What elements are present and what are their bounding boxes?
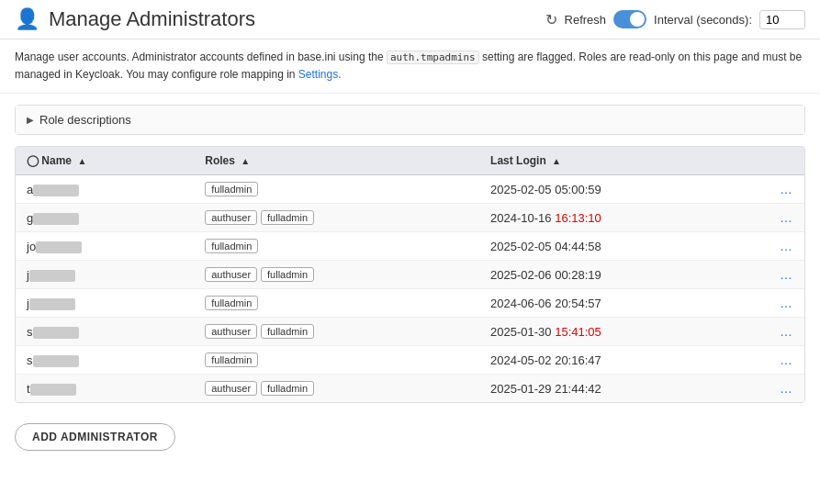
action-cell[interactable]: … bbox=[769, 318, 804, 346]
expand-arrow-icon: ▶ bbox=[27, 115, 34, 125]
name-cell: a bbox=[16, 175, 194, 204]
action-cell[interactable]: … bbox=[769, 289, 804, 318]
page-header: 👤 Manage Administrators ↻ Refresh Interv… bbox=[0, 0, 820, 39]
table-row: gauthuserfulladmin2024-10-16 16:13:10… bbox=[16, 204, 804, 232]
name-cell: g bbox=[16, 204, 194, 232]
role-badge: fulladmin bbox=[261, 381, 314, 396]
roles-list: authuserfulladmin bbox=[205, 210, 468, 225]
action-menu-icon[interactable]: … bbox=[780, 210, 793, 225]
col-name[interactable]: ◯ Name ▲ bbox=[16, 147, 194, 175]
login-time: 16:13:10 bbox=[555, 211, 601, 225]
table-body: afulladmin2025-02-05 05:00:59…gauthuserf… bbox=[16, 175, 804, 403]
name-sort-icon: ▲ bbox=[77, 156, 86, 166]
last-login-cell: 2025-02-06 00:28:19 bbox=[479, 261, 769, 289]
col-name-label: ◯ Name bbox=[27, 154, 72, 167]
name-prefix: s bbox=[27, 325, 33, 339]
roles-list: fulladmin bbox=[205, 239, 468, 253]
role-badge: fulladmin bbox=[261, 210, 314, 225]
action-cell[interactable]: … bbox=[769, 375, 804, 403]
header-left: 👤 Manage Administrators bbox=[15, 7, 255, 31]
roles-list: authuserfulladmin bbox=[205, 324, 468, 339]
settings-link[interactable]: Settings bbox=[298, 68, 338, 81]
action-menu-icon[interactable]: … bbox=[780, 381, 793, 396]
name-cell: j bbox=[16, 261, 194, 289]
role-badge: authuser bbox=[205, 381, 257, 396]
role-descriptions-section: ▶ Role descriptions bbox=[15, 105, 805, 135]
login-date: 2025-01-30 bbox=[490, 325, 555, 339]
name-cell: s bbox=[16, 346, 194, 375]
role-badge: fulladmin bbox=[205, 296, 258, 310]
name-cell: t bbox=[16, 375, 194, 403]
action-menu-icon[interactable]: … bbox=[780, 296, 793, 310]
table-row: tauthuserfulladmin2025-01-29 21:44:42… bbox=[16, 375, 804, 403]
col-last-login-label: Last Login bbox=[490, 154, 546, 167]
name-blur bbox=[29, 270, 75, 282]
last-login-cell: 2025-02-05 05:00:59 bbox=[479, 175, 769, 204]
last-login-cell: 2024-06-06 20:54:57 bbox=[479, 289, 769, 318]
login-time: 15:41:05 bbox=[555, 325, 601, 339]
last-login-cell: 2025-02-05 04:44:58 bbox=[479, 232, 769, 261]
desc-code: auth.tmpadmins bbox=[387, 50, 479, 64]
name-blur bbox=[36, 241, 82, 253]
name-blur bbox=[33, 185, 79, 196]
description-bar: Manage user accounts. Administrator acco… bbox=[0, 39, 820, 94]
action-cell[interactable]: … bbox=[769, 204, 804, 232]
table-header-row: ◯ Name ▲ Roles ▲ Last Login ▲ bbox=[16, 147, 804, 175]
name-blur bbox=[30, 384, 76, 396]
table-row: jauthuserfulladmin2025-02-06 00:28:19… bbox=[16, 261, 804, 289]
table-row: jofulladmin2025-02-05 04:44:58… bbox=[16, 232, 804, 261]
table-row: sauthuserfulladmin2025-01-30 15:41:05… bbox=[16, 318, 804, 346]
roles-sort-icon: ▲ bbox=[241, 156, 250, 166]
roles-cell: fulladmin bbox=[194, 175, 479, 204]
col-last-login[interactable]: Last Login ▲ bbox=[479, 147, 769, 175]
action-cell[interactable]: … bbox=[769, 261, 804, 289]
role-descriptions-toggle[interactable]: ▶ Role descriptions bbox=[16, 106, 804, 134]
roles-cell: fulladmin bbox=[194, 346, 479, 375]
last-login-cell: 2024-10-16 16:13:10 bbox=[479, 204, 769, 232]
roles-cell: fulladmin bbox=[194, 232, 479, 261]
name-cell: j bbox=[16, 289, 194, 318]
table-row: jfulladmin2024-06-06 20:54:57… bbox=[16, 289, 804, 318]
action-menu-icon[interactable]: … bbox=[780, 239, 793, 253]
action-cell[interactable]: … bbox=[769, 175, 804, 204]
action-cell[interactable]: … bbox=[769, 232, 804, 261]
last-login-cell: 2024-05-02 20:16:47 bbox=[479, 346, 769, 375]
roles-list: authuserfulladmin bbox=[205, 267, 468, 282]
roles-cell: authuserfulladmin bbox=[194, 318, 479, 346]
administrators-table-container: ◯ Name ▲ Roles ▲ Last Login ▲ afulladmin… bbox=[15, 146, 805, 403]
roles-list: authuserfulladmin bbox=[205, 381, 468, 396]
last-login-cell: 2025-01-30 15:41:05 bbox=[479, 318, 769, 346]
name-prefix: g bbox=[27, 211, 33, 225]
login-date: 2024-10-16 bbox=[490, 211, 555, 225]
desc-text3: . bbox=[338, 68, 341, 81]
refresh-toggle[interactable] bbox=[613, 10, 646, 28]
action-menu-icon[interactable]: … bbox=[780, 324, 793, 339]
role-badge: authuser bbox=[205, 210, 257, 225]
refresh-label: Refresh bbox=[565, 13, 607, 27]
name-cell: s bbox=[16, 318, 194, 346]
action-menu-icon[interactable]: … bbox=[780, 267, 793, 282]
toggle-slider bbox=[613, 10, 646, 28]
roles-cell: fulladmin bbox=[194, 289, 479, 318]
name-blur bbox=[33, 213, 79, 225]
col-roles-label: Roles bbox=[205, 154, 235, 167]
add-administrator-button[interactable]: ADD ADMINISTRATOR bbox=[15, 423, 175, 451]
action-menu-icon[interactable]: … bbox=[780, 182, 793, 196]
name-blur bbox=[33, 327, 79, 339]
action-cell[interactable]: … bbox=[769, 346, 804, 375]
admin-icon: 👤 bbox=[15, 7, 39, 31]
administrators-table: ◯ Name ▲ Roles ▲ Last Login ▲ afulladmin… bbox=[16, 147, 804, 402]
col-roles[interactable]: Roles ▲ bbox=[194, 147, 479, 175]
table-header: ◯ Name ▲ Roles ▲ Last Login ▲ bbox=[16, 147, 804, 175]
role-badge: fulladmin bbox=[261, 267, 314, 282]
table-row: afulladmin2025-02-05 05:00:59… bbox=[16, 175, 804, 204]
name-cell: jo bbox=[16, 232, 194, 261]
roles-cell: authuserfulladmin bbox=[194, 261, 479, 289]
interval-input[interactable] bbox=[759, 10, 805, 29]
roles-cell: authuserfulladmin bbox=[194, 375, 479, 403]
action-menu-icon[interactable]: … bbox=[780, 353, 793, 367]
roles-list: fulladmin bbox=[205, 353, 468, 367]
header-right: ↻ Refresh Interval (seconds): bbox=[545, 10, 805, 29]
role-badge: authuser bbox=[205, 267, 257, 282]
role-badge: fulladmin bbox=[261, 324, 314, 339]
